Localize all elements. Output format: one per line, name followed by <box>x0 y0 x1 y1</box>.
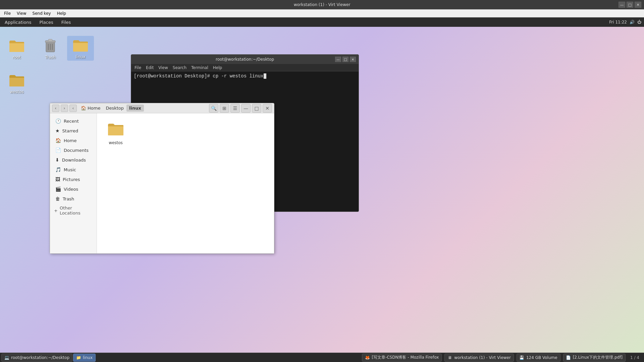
starred-icon: ★ <box>55 128 60 133</box>
menu-help[interactable]: Help <box>54 10 69 16</box>
root-icon-label: root <box>13 55 21 60</box>
minimize-button[interactable]: — <box>619 2 625 8</box>
sidebar-item-downloads[interactable]: ⬇ Downloads <box>51 155 95 165</box>
terminal-minimize-button[interactable]: — <box>335 57 341 62</box>
terminal-menu-view[interactable]: View <box>156 65 170 70</box>
linux-taskbar-icon: 📁 <box>76 355 81 360</box>
terminal-menu-help[interactable]: Help <box>211 65 224 70</box>
fm-breadcrumb: 🏠 Home Desktop linux <box>78 105 208 112</box>
taskbar-item-virtviewer[interactable]: 🖥 workstation (1) - Virt Viewer <box>444 354 514 362</box>
taskbar-linux-label: linux <box>83 355 93 360</box>
taskbar-right: 🦊 [写文章-CSDN博客 - Mozilla Firefox 🖥 workst… <box>362 354 643 362</box>
svg-rect-2 <box>48 39 52 41</box>
taskbar-item-volume[interactable]: 💾 124 GB Volume <box>517 354 560 362</box>
westos-icon-label: westos <box>10 89 24 94</box>
linux-icon-label: linux <box>76 55 86 59</box>
music-icon: 🎵 <box>55 167 61 172</box>
desktop-icon-westos[interactable]: westos <box>3 72 30 94</box>
menu-sendkey[interactable]: Send key <box>30 10 54 16</box>
sidebar-item-videos[interactable]: 🎬 Videos <box>51 184 95 194</box>
volume-icon[interactable]: 🔊 <box>630 20 635 24</box>
sidebar-item-starred[interactable]: ★ Starred <box>51 126 95 135</box>
sidebar-item-documents[interactable]: 📄 Documents <box>51 145 95 155</box>
guest-taskbar: 💻 root@workstation:~/Desktop 📁 linux 🦊 [… <box>0 353 644 362</box>
fm-breadcrumb-current[interactable]: linux <box>126 105 144 112</box>
fm-list-view-button[interactable]: ☰ <box>230 104 240 113</box>
fm-toolbar-right: 🔍 ⊞ ☰ — □ ✕ <box>209 104 272 113</box>
taskbar-item-firefox[interactable]: 🦊 [写文章-CSDN博客 - Mozilla Firefox <box>362 354 442 362</box>
westos-file-name: westos <box>109 140 123 145</box>
taskbar-item-linux[interactable]: 📁 linux <box>73 354 96 362</box>
sidebar-item-recent[interactable]: 🕐 Recent <box>51 116 95 126</box>
fm-content: westos <box>97 113 274 253</box>
guest-desktop: Applications Places Files Fri 11:22 🔊 ⏻ … <box>0 17 644 362</box>
terminal-cursor <box>264 73 266 79</box>
trash-icon <box>42 38 58 54</box>
terminal-taskbar-icon: 💻 <box>4 355 9 360</box>
fm-sidebar: 🕐 Recent ★ Starred 🏠 Home 📄 Documents ⬇ <box>50 113 97 253</box>
fm-search-button[interactable]: 🔍 <box>209 104 218 113</box>
terminal-maximize-button[interactable]: □ <box>342 57 348 62</box>
taskbar-virtviewer-label: workstation (1) - Virt Viewer <box>454 355 511 360</box>
taskbar-item-pdf[interactable]: 📄 [2.Linux下的文件管理.pdf] <box>563 354 626 362</box>
sidebar-item-other-locations[interactable]: + Other Locations <box>50 204 97 217</box>
fm-close-button[interactable]: ✕ <box>263 104 272 113</box>
taskbar-item-terminal[interactable]: 💻 root@workstation:~/Desktop <box>1 354 72 362</box>
terminal-title: root@workstation:~/Desktop <box>216 57 274 62</box>
fm-minimize-button[interactable]: — <box>241 104 251 113</box>
guest-files-menu[interactable]: Files <box>59 19 73 25</box>
pdf-taskbar-icon: 📄 <box>566 355 571 360</box>
fm-back-button[interactable]: ‹ <box>52 105 59 112</box>
terminal-close-button[interactable]: ✕ <box>350 57 356 62</box>
file-item-westos[interactable]: westos <box>102 119 129 148</box>
taskbar-volume-label: 124 GB Volume <box>526 355 557 360</box>
sidebar-item-music[interactable]: 🎵 Music <box>51 165 95 174</box>
guest-places-menu[interactable]: Places <box>37 19 55 25</box>
terminal-menu-terminal[interactable]: Terminal <box>189 65 210 70</box>
desktop-icon-root[interactable]: root <box>3 38 30 60</box>
sidebar-item-home[interactable]: 🏠 Home <box>51 136 95 145</box>
virt-viewer-title: workstation (1) - Virt Viewer <box>294 2 351 7</box>
fm-breadcrumb-desktop[interactable]: Desktop <box>103 105 126 112</box>
trash-sidebar-icon: 🗑 <box>55 196 60 201</box>
fm-forward-button[interactable]: › <box>61 105 68 112</box>
fm-titlebar: ‹ › ‹ 🏠 Home Desktop linux 🔍 ⊞ ☰ — <box>50 103 274 113</box>
taskbar-firefox-label: [写文章-CSDN博客 - Mozilla Firefox <box>372 355 439 360</box>
fm-breadcrumb-home[interactable]: 🏠 Home <box>78 105 103 112</box>
firefox-taskbar-icon: 🦊 <box>365 355 370 360</box>
fm-parent-button[interactable]: ‹ <box>69 105 77 112</box>
downloads-icon: ⬇ <box>55 157 59 163</box>
desktop-icon-trash[interactable]: Trash <box>37 38 64 60</box>
recent-icon: 🕐 <box>55 118 61 124</box>
guest-time: Fri 11:22 <box>609 20 627 24</box>
power-icon[interactable]: ⏻ <box>637 20 641 24</box>
close-button[interactable]: ✕ <box>635 2 641 8</box>
volume-taskbar-icon: 💾 <box>520 355 524 360</box>
virtviewer-taskbar-icon: 🖥 <box>447 355 452 360</box>
terminal-menubar: File Edit View Search Terminal Help <box>131 64 359 71</box>
terminal-menu-edit[interactable]: Edit <box>144 65 156 70</box>
virt-viewer-menubar: File View Send key Help <box>0 9 644 17</box>
terminal-titlebar: root@workstation:~/Desktop — □ ✕ <box>131 55 359 64</box>
menu-file[interactable]: File <box>1 10 13 16</box>
taskbar-page-indicator: 1 / 4 <box>628 355 641 360</box>
fm-files-grid: westos <box>102 119 269 148</box>
fm-body: 🕐 Recent ★ Starred 🏠 Home 📄 Documents ⬇ <box>50 113 274 253</box>
terminal-menu-search[interactable]: Search <box>171 65 189 70</box>
terminal-menu-file[interactable]: File <box>132 65 143 70</box>
sidebar-item-pictures[interactable]: 🖼 Pictures <box>51 175 95 184</box>
root-folder-icon <box>9 38 25 54</box>
terminal-command-line: [root@workstation Desktop]# cp -r westos… <box>134 73 263 79</box>
guest-applications-menu[interactable]: Applications <box>3 19 33 25</box>
westos-folder-icon <box>9 72 25 88</box>
maximize-button[interactable]: □ <box>627 2 633 8</box>
fm-maximize-button[interactable]: □ <box>252 104 261 113</box>
desktop-icon-linux[interactable]: linux <box>67 36 94 61</box>
linux-folder-icon <box>72 37 89 53</box>
fm-grid-view-button[interactable]: ⊞ <box>220 104 229 113</box>
home-icon: 🏠 <box>81 106 86 111</box>
guest-topbar: Applications Places Files Fri 11:22 🔊 ⏻ <box>0 17 644 27</box>
sidebar-item-trash[interactable]: 🗑 Trash <box>51 194 95 203</box>
taskbar-terminal-label: root@workstation:~/Desktop <box>11 355 69 360</box>
menu-view[interactable]: View <box>14 10 29 16</box>
